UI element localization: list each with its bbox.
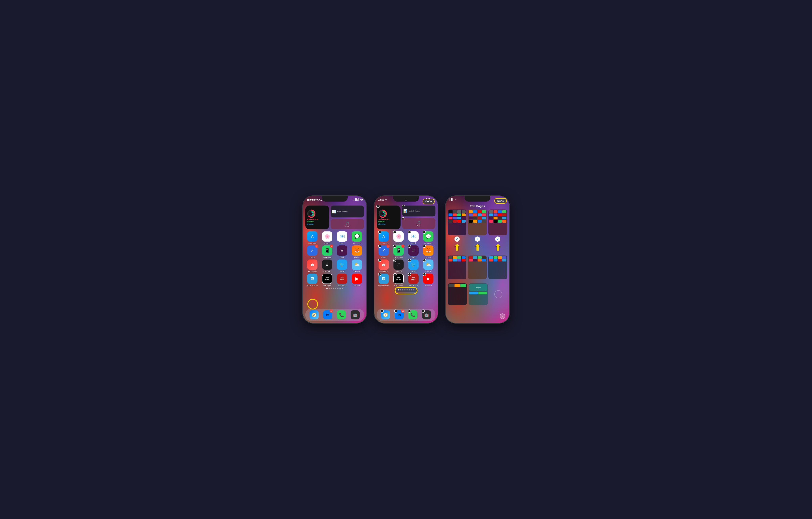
minus-messages[interactable]: − bbox=[423, 230, 426, 234]
app-whatsapp[interactable]: 📱 1 WhatsApp bbox=[320, 245, 334, 258]
minus-machash[interactable]: − bbox=[393, 259, 396, 262]
app-firefox[interactable]: 🦊 Firefox bbox=[350, 245, 364, 258]
gmail-glyph: 📧 bbox=[340, 234, 345, 239]
minus-fitness[interactable]: − bbox=[376, 205, 379, 208]
music-icon-2: 🎵 bbox=[417, 221, 421, 225]
app-bbcsport-2[interactable]: BBCSPORT − BBC Sport bbox=[392, 274, 406, 286]
app-messages-2[interactable]: 💬 − Messages bbox=[422, 231, 435, 244]
app-photos[interactable]: 🌸 Photos bbox=[320, 231, 334, 244]
phone-icon: 📞 bbox=[337, 310, 346, 320]
minus-twitter[interactable]: − bbox=[408, 259, 411, 262]
appstore-icon-2: A − bbox=[379, 231, 389, 242]
dock-safari-2[interactable]: 🧭 − bbox=[381, 310, 390, 320]
youtube-icon-2: ▶ − bbox=[423, 274, 433, 284]
minus-things[interactable]: − bbox=[378, 245, 381, 248]
minus-slack[interactable]: − bbox=[408, 245, 411, 248]
thumb-icon bbox=[453, 256, 457, 259]
fantastical-glyph-2: 📅 bbox=[382, 263, 386, 267]
minus-mail[interactable]: − bbox=[394, 309, 397, 313]
app-things-2[interactable]: ✓ 3 − Things bbox=[377, 245, 391, 258]
app-things[interactable]: ✓ 3 Things bbox=[306, 245, 319, 258]
minus-appstore[interactable]: − bbox=[378, 230, 381, 234]
thumb-icon bbox=[498, 214, 502, 216]
minutes-stat: 2/30MIN bbox=[307, 221, 327, 223]
app-youtube[interactable]: ▶ YouTube bbox=[350, 274, 364, 286]
content-2: − 129/440KCAL bbox=[374, 204, 438, 323]
weather-label-2: Weather bbox=[425, 270, 432, 272]
dot-1-5 bbox=[335, 288, 336, 289]
minus-youtube[interactable]: − bbox=[423, 273, 426, 276]
app-bbcnews-2[interactable]: BBCNEWS − BBC News bbox=[406, 274, 420, 286]
minus-appleframes[interactable]: − bbox=[378, 273, 381, 276]
bbcnews-label: BBC News bbox=[338, 284, 346, 286]
app-slack[interactable]: # Slack bbox=[335, 245, 349, 258]
dot-1-4 bbox=[333, 288, 334, 289]
app-weather[interactable]: ⛅ Weather bbox=[350, 260, 364, 272]
thumb-apps-3 bbox=[489, 210, 506, 223]
app-bbcnews[interactable]: BBCNEWS BBC News bbox=[335, 274, 349, 286]
minus-safari[interactable]: − bbox=[380, 309, 384, 313]
app-photos-2[interactable]: 🌸 − Photos bbox=[392, 231, 406, 244]
app-bbcsport[interactable]: BBCSPORT BBC Sport bbox=[320, 274, 334, 286]
dock-safari[interactable]: 🧭 bbox=[310, 310, 319, 320]
app-slack-2[interactable]: # − Slack bbox=[406, 245, 420, 258]
app-appstore[interactable]: A App Store bbox=[306, 231, 319, 244]
thumb-icon bbox=[453, 217, 457, 219]
minus-phone[interactable]: − bbox=[408, 309, 411, 313]
minus-gmail[interactable]: − bbox=[408, 230, 411, 234]
dock-phone[interactable]: 📞 bbox=[337, 310, 346, 320]
thumb-icon bbox=[462, 217, 466, 219]
dock-phone-2[interactable]: 📞 − bbox=[408, 310, 417, 320]
minus-firefox[interactable]: − bbox=[423, 245, 426, 248]
app-firefox-2[interactable]: 🦊 − Firefox bbox=[422, 245, 435, 258]
app-messages[interactable]: 💬 Messages bbox=[350, 231, 364, 244]
thumb-icon bbox=[457, 256, 461, 259]
done-button-2[interactable]: Done bbox=[423, 199, 435, 204]
plus-button-2[interactable]: + bbox=[405, 199, 407, 203]
messages-glyph-2: 💬 bbox=[426, 234, 431, 239]
things-icon-2: ✓ 3 − bbox=[379, 245, 389, 256]
app-machash[interactable]: # MacHash bbox=[320, 260, 334, 272]
app-appstore-2[interactable]: A − App Store bbox=[377, 231, 391, 244]
mail-badge-2: 16 bbox=[401, 309, 405, 313]
dock-bot[interactable]: 🤖 bbox=[351, 310, 360, 320]
widgets-row-2: − 129/440KCAL bbox=[377, 206, 435, 229]
app-machash-2[interactable]: # − MacHash bbox=[392, 260, 406, 272]
app-gmail[interactable]: 📧 Gmail bbox=[335, 231, 349, 244]
app-whatsapp-2[interactable]: 📱 1 − WhatsApp bbox=[392, 245, 406, 258]
appleframes-glyph: 🖼 bbox=[311, 277, 314, 281]
bottom-checkmark: ✓ bbox=[500, 313, 505, 319]
minus-weather[interactable]: − bbox=[423, 259, 426, 262]
app-twitter-2[interactable]: 🐦 − Twitter bbox=[406, 260, 420, 272]
app-fantastical-2[interactable]: 📅 − Fantastical bbox=[377, 260, 391, 272]
minus-bbcsport[interactable]: − bbox=[394, 273, 397, 276]
dock-bot-2[interactable]: 🤖 − bbox=[422, 310, 431, 320]
minus-fantastical[interactable]: − bbox=[378, 259, 381, 262]
thumb-icon bbox=[489, 214, 493, 216]
app-weather-2[interactable]: ⛅ − Weather bbox=[422, 260, 435, 272]
page-thumb-2 bbox=[468, 210, 487, 235]
thumb-icon bbox=[460, 284, 466, 287]
minus-whatsapp[interactable]: − bbox=[393, 245, 396, 248]
app-fantastical[interactable]: 📅 Fantastical bbox=[306, 260, 319, 272]
app-youtube-2[interactable]: ▶ − YouTube bbox=[422, 274, 435, 286]
thumb-icon bbox=[473, 256, 477, 259]
app-gmail-2[interactable]: 📧 − Gmail bbox=[406, 231, 420, 244]
thumb-icon bbox=[478, 210, 482, 213]
thumb-icon bbox=[462, 256, 466, 259]
app-appleframes-2[interactable]: 🖼 − Apple Frames bbox=[377, 274, 391, 286]
mail-glyph: ✉ bbox=[326, 312, 329, 317]
thumb-icon bbox=[482, 214, 486, 216]
fitness-stats-2: 129/440KCAL 2/30MIN 5/12HRS bbox=[378, 218, 399, 225]
dock-mail[interactable]: ✉ 16 bbox=[323, 310, 332, 320]
app-twitter[interactable]: 🐦 Twitter bbox=[335, 260, 349, 272]
app-appleframes[interactable]: 🖼 Apple Frames bbox=[306, 274, 319, 286]
twitter-glyph-2: 🐦 bbox=[411, 262, 416, 267]
minus-bbcnews[interactable]: − bbox=[408, 273, 411, 276]
thumb-icon bbox=[494, 256, 497, 259]
done-button-3[interactable]: Done bbox=[494, 198, 507, 204]
mail-glyph-2: ✉ bbox=[398, 312, 401, 317]
minus-photos[interactable]: − bbox=[393, 230, 396, 234]
dock-mail-2[interactable]: ✉ 16 − bbox=[395, 310, 404, 320]
minus-bot[interactable]: − bbox=[422, 309, 425, 313]
